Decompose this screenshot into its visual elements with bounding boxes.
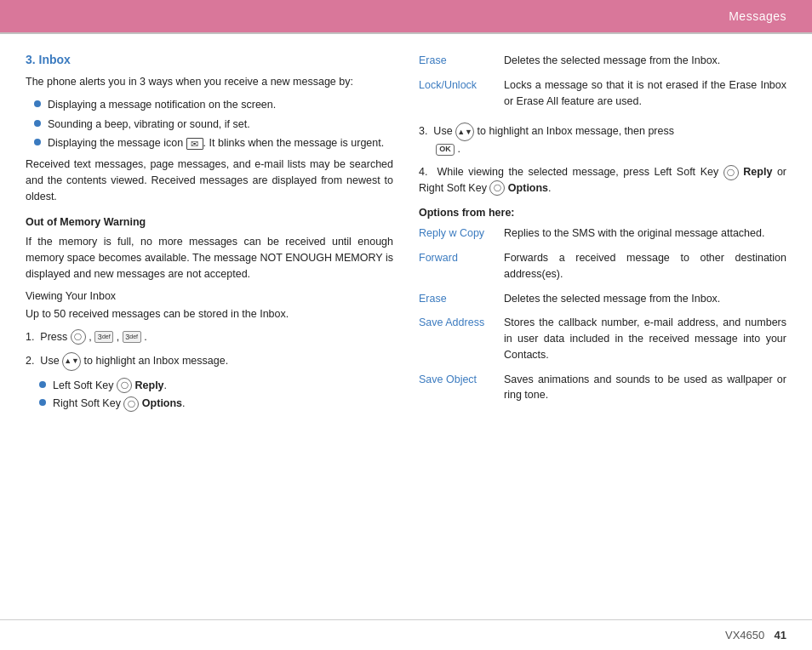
step4-options: Options. (508, 182, 552, 194)
step2: 2. Use ▲▼ to highlight an Inbox message. (26, 352, 393, 371)
option-desc: Stores the callback number, e-mail addre… (504, 313, 786, 369)
top-options-table: Erase Deletes the selected message from … (419, 51, 786, 116)
lock-desc: Locks a message so that it is not erased… (504, 76, 786, 117)
bullet-list: Displaying a message notification on the… (34, 97, 393, 151)
option-desc: Replies to the SMS with the original mes… (504, 224, 786, 248)
header-bar: Messages (0, 0, 812, 32)
viewing-heading: Viewing Your Inbox (26, 288, 393, 305)
step2-sub-bullets: Left Soft Key ◯ Reply. Right Soft Key ◯ … (39, 378, 393, 413)
bullet-text: Displaying a message notification on the… (48, 97, 276, 113)
list-item: Right Soft Key ◯ Options. (39, 396, 393, 412)
step1: 1. Press ◯ , 3def , 3def . (26, 329, 393, 345)
list-item: Displaying the message icon ✉. It blinks… (34, 135, 393, 151)
erase-label: Erase (419, 54, 447, 66)
soft-key-icon: ◯ (71, 329, 86, 345)
bullet-text: Displaying the message icon ✉. It blinks… (48, 135, 384, 151)
bullet-text: Sounding a beep, vibrating or sound, if … (48, 117, 250, 133)
list-item: Displaying a message notification on the… (34, 97, 393, 113)
ok-icon: OK (436, 144, 455, 156)
step1-comma: , (89, 331, 94, 343)
footer-page: 41 (768, 629, 786, 641)
bullet-dot (34, 139, 41, 145)
lock-label: Lock/Unlock (419, 79, 477, 91)
reply-bold: Reply (743, 166, 772, 178)
table-row: Reply w Copy Replies to the SMS with the… (419, 224, 786, 248)
step1-comma2: , (117, 331, 123, 343)
right-soft-key-icon: ◯ (123, 396, 139, 412)
left-soft-key-icon: ◯ (117, 378, 132, 393)
table-row: Lock/Unlock Locks a message so that it i… (419, 76, 786, 117)
bullet-dot (39, 399, 46, 406)
options-table: Reply w Copy Replies to the SMS with the… (419, 224, 786, 410)
sub-bullet-text: Left Soft Key ◯ Reply. (53, 378, 167, 394)
btn-3def2-icon: 3def (123, 331, 141, 343)
options-heading: Options from here: (419, 205, 786, 221)
bullet-dot (34, 100, 41, 107)
option-desc: Saves animations and sounds to be used a… (504, 370, 786, 411)
nav-arrows: ▲▼ (64, 356, 79, 368)
para1: Received text messages, page messages, a… (26, 157, 393, 204)
bullet-dot (34, 120, 41, 127)
para2: If the memory is full, no more messages … (26, 234, 393, 282)
option-label: Save Address (419, 316, 484, 328)
main-content: 3. Inbox The phone alerts you in 3 ways … (0, 34, 812, 619)
btn-3def-icon: 3def (94, 331, 113, 343)
table-row: Save Object Saves animations and sounds … (419, 370, 786, 411)
step4-text: 4. While viewing the selected message, p… (419, 166, 723, 178)
left-column: 3. Inbox The phone alerts you in 3 ways … (26, 51, 393, 602)
options-label: Options (142, 397, 182, 409)
nav-icon: ▲▼ (62, 352, 81, 371)
option-label: Reply w Copy (419, 227, 484, 239)
table-row: Erase Deletes the selected message from … (419, 289, 786, 314)
envelope-icon: ✉ (186, 138, 203, 150)
nav-arrows-2: ▲▼ (457, 127, 472, 139)
option-label: Erase (419, 293, 447, 305)
step4: 4. While viewing the selected message, p… (419, 164, 786, 197)
erase-desc: Deletes the selected message from the In… (504, 51, 786, 76)
footer-brand: VX4650 (725, 629, 764, 641)
reply-label: Reply (135, 379, 164, 391)
bullet-dot (39, 381, 46, 388)
section-title: 3. Inbox (26, 51, 393, 69)
list-item: Sounding a beep, vibrating or sound, if … (34, 117, 393, 133)
options-bold: Options (508, 182, 548, 194)
right-column: Erase Deletes the selected message from … (419, 51, 786, 602)
table-row: Forward Forwards a received message to o… (419, 248, 786, 289)
list-item: Left Soft Key ◯ Reply. (39, 378, 393, 394)
option-label: Save Object (419, 373, 477, 385)
step1-label: 1. Press (26, 331, 71, 343)
step2-suffix: to highlight an Inbox message. (84, 355, 229, 367)
step3-ok: OK . (436, 143, 460, 155)
step3: 3. Use ▲▼ to highlight an Inbox message,… (419, 123, 786, 157)
right-soft-key-icon-2: ◯ (489, 180, 505, 196)
option-desc: Deletes the selected message from the In… (504, 289, 786, 314)
step3-mid: to highlight an Inbox message, then pres… (477, 126, 674, 138)
step1-period: . (144, 331, 146, 343)
out-of-memory-heading: Out of Memory Warning (26, 214, 393, 231)
table-row: Save Address Stores the callback number,… (419, 313, 786, 369)
left-soft-key-icon-2: ◯ (723, 165, 739, 180)
nav-icon-2: ▲▼ (455, 123, 474, 141)
step2-label: 2. Use (26, 355, 62, 367)
para3: Up to 50 received messages can be stored… (26, 306, 393, 322)
footer: VX4650 41 (0, 619, 812, 650)
header-title: Messages (729, 9, 786, 23)
option-label: Forward (419, 252, 458, 264)
step3-label: 3. Use (419, 126, 455, 138)
sub-bullet-text: Right Soft Key ◯ Options. (53, 396, 186, 412)
table-row: Erase Deletes the selected message from … (419, 51, 786, 76)
intro-text: The phone alerts you in 3 ways when you … (26, 74, 393, 90)
option-desc: Forwards a received message to other des… (504, 248, 786, 289)
viewing-label: Viewing Your Inbox (26, 290, 116, 302)
